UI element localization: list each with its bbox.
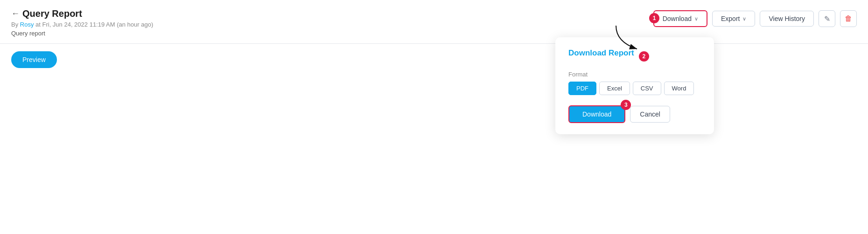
popup-cancel-button[interactable]: Cancel bbox=[630, 106, 670, 123]
page-container: ← Query Report By Rosy at Fri, Jun 24, 2… bbox=[0, 0, 868, 234]
format-options: PDF Excel CSV Word bbox=[568, 82, 701, 95]
export-chevron-icon: ∨ bbox=[742, 16, 746, 22]
step-badge-3: 3 bbox=[621, 100, 631, 110]
header: ← Query Report By Rosy at Fri, Jun 24, 2… bbox=[0, 0, 868, 37]
preview-button[interactable]: Preview bbox=[11, 51, 57, 68]
page-title: Query Report bbox=[22, 8, 82, 19]
step-badge-2: 2 bbox=[639, 51, 649, 62]
back-arrow-icon: ← bbox=[11, 9, 20, 19]
popup-cancel-label: Cancel bbox=[640, 110, 660, 118]
download-chevron-icon: ∨ bbox=[694, 16, 698, 22]
format-pdf-button[interactable]: PDF bbox=[568, 82, 596, 95]
export-label: Export bbox=[721, 15, 740, 22]
arrow-indicator bbox=[611, 23, 649, 51]
view-history-label: View History bbox=[769, 15, 805, 22]
download-popup: Download Report 2 Format PDF Excel CSV W… bbox=[555, 37, 714, 134]
header-meta: By Rosy at Fri, Jun 24, 2022 11:19 AM (a… bbox=[11, 21, 153, 28]
format-word-button[interactable]: Word bbox=[664, 82, 694, 95]
popup-actions: Download 3 Cancel bbox=[568, 105, 701, 123]
export-button[interactable]: Export ∨ bbox=[712, 11, 755, 27]
format-label: Format bbox=[568, 71, 701, 78]
download-button[interactable]: Download ∨ bbox=[653, 10, 707, 27]
author-link[interactable]: Rosy bbox=[20, 21, 34, 28]
step-badge-1: 1 bbox=[649, 13, 659, 23]
back-link[interactable]: ← Query Report bbox=[11, 8, 153, 19]
delete-button[interactable]: 🗑 bbox=[840, 10, 857, 27]
header-actions: Download ∨ Export ∨ View History ✎ 🗑 bbox=[653, 8, 857, 27]
view-history-button[interactable]: View History bbox=[760, 11, 814, 27]
edit-button[interactable]: ✎ bbox=[819, 10, 835, 27]
edit-icon: ✎ bbox=[824, 14, 830, 23]
popup-download-label: Download bbox=[582, 110, 611, 118]
preview-label: Preview bbox=[22, 56, 46, 63]
meta-prefix: By bbox=[11, 21, 20, 28]
meta-timestamp: at Fri, Jun 24, 2022 11:19 AM (an hour a… bbox=[34, 21, 153, 28]
report-subtitle: Query report bbox=[11, 30, 153, 37]
format-excel-button[interactable]: Excel bbox=[599, 82, 630, 95]
trash-icon: 🗑 bbox=[845, 14, 852, 23]
header-left: ← Query Report By Rosy at Fri, Jun 24, 2… bbox=[11, 8, 153, 37]
popup-download-button[interactable]: Download bbox=[568, 105, 625, 123]
download-label: Download bbox=[663, 15, 692, 22]
preview-area: Preview bbox=[0, 44, 868, 76]
format-csv-button[interactable]: CSV bbox=[633, 82, 661, 95]
